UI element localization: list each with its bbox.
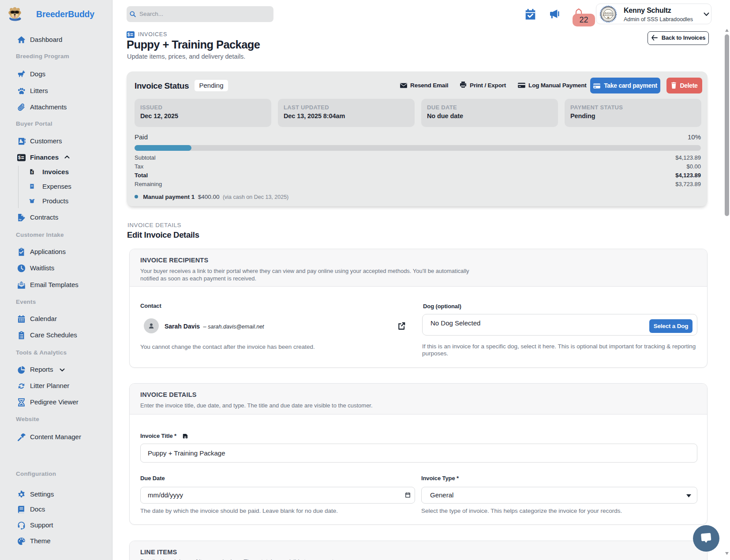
svg-text:Labradoodles: Labradoodles — [603, 14, 614, 16]
svg-text:Best Life: Best Life — [604, 11, 612, 14]
